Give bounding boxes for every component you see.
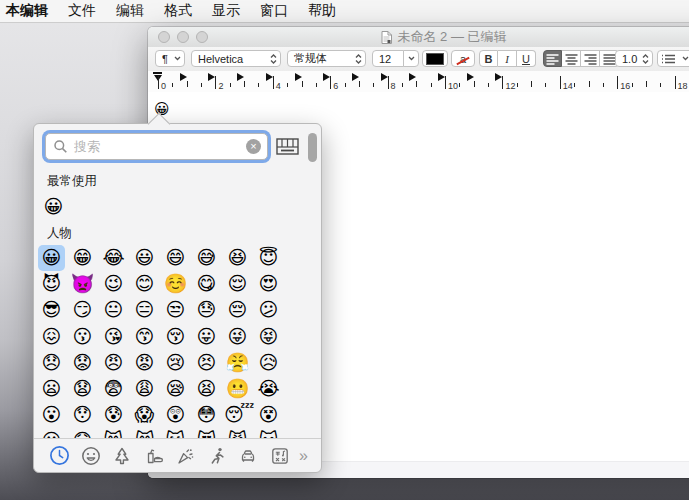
emoji-item[interactable]: 😝 — [255, 324, 282, 350]
category-food-drink-icon[interactable] — [142, 444, 166, 468]
emoji-item[interactable]: 😓 — [193, 297, 220, 323]
emoji-item[interactable]: 😛 — [193, 324, 220, 350]
emoji-item[interactable]: 😍 — [255, 271, 282, 297]
emoji-item[interactable]: 😈 — [38, 271, 65, 297]
emoji-item[interactable]: 😉 — [100, 271, 127, 297]
emoji-item[interactable]: 😴 — [224, 402, 251, 428]
category-activity-icon[interactable] — [205, 444, 229, 468]
emoji-item[interactable]: 😗 — [69, 324, 96, 350]
text-color-well[interactable] — [422, 50, 448, 67]
category-recents-icon[interactable] — [47, 444, 71, 468]
category-objects-symbols-icon[interactable] — [268, 444, 292, 468]
italic-button[interactable]: I — [498, 50, 517, 67]
font-style-select[interactable]: 常规体 — [287, 50, 366, 67]
tab-stop-marker[interactable] — [266, 73, 273, 81]
menu-item[interactable]: 帮助 — [298, 2, 346, 20]
emoji-item[interactable]: 😤 — [224, 350, 251, 376]
emoji-item[interactable]: 😏 — [69, 297, 96, 323]
search-input[interactable] — [72, 138, 246, 155]
emoji-item[interactable]: 😢 — [162, 350, 189, 376]
list-style-button[interactable] — [657, 50, 689, 67]
emoji-item[interactable]: 😪 — [162, 376, 189, 402]
emoji-item[interactable]: 😔 — [224, 297, 251, 323]
emoji-item[interactable]: 😦 — [38, 376, 65, 402]
tab-stop-marker[interactable] — [323, 73, 330, 81]
tab-stop-marker[interactable] — [180, 73, 187, 81]
emoji-item[interactable]: 😌 — [224, 271, 251, 297]
tab-stop-marker[interactable] — [352, 73, 359, 81]
menu-item[interactable]: 窗口 — [250, 2, 298, 20]
emoji-item[interactable]: 😭 — [255, 376, 282, 402]
category-celebration-icon[interactable] — [173, 444, 197, 468]
menu-item[interactable]: 格式 — [154, 2, 202, 20]
emoji-item[interactable]: 👿 — [69, 271, 96, 297]
emoji-item[interactable]: 😕 — [255, 297, 282, 323]
tab-stop-marker[interactable] — [381, 73, 388, 81]
emoji-item[interactable]: 😟 — [69, 350, 96, 376]
underline-button[interactable]: U — [517, 50, 536, 67]
emoji-item[interactable]: 😁 — [69, 245, 96, 271]
align-right-button[interactable] — [581, 50, 600, 67]
background-color-well[interactable]: a — [451, 50, 475, 67]
emoji-item[interactable]: 😘 — [100, 324, 127, 350]
emoji-item[interactable]: 😇 — [255, 245, 282, 271]
menu-item[interactable]: 编辑 — [106, 2, 154, 20]
emoji-item[interactable]: 😲 — [162, 402, 189, 428]
emoji-item[interactable]: 😰 — [100, 402, 127, 428]
emoji-item[interactable]: 😚 — [162, 324, 189, 350]
emoji-item[interactable]: 😒 — [162, 297, 189, 323]
emoji-item[interactable]: ☺️ — [162, 271, 189, 297]
emoji-item[interactable]: 😋 — [193, 271, 220, 297]
font-size-field[interactable]: 12 — [372, 50, 404, 67]
line-spacing-stepper[interactable]: 1.0 — [615, 50, 653, 67]
font-family-select[interactable]: Helvetica — [191, 50, 281, 67]
more-categories-button[interactable]: » — [299, 444, 308, 468]
scrollbar-thumb[interactable] — [308, 133, 317, 162]
menu-item[interactable]: 文件 — [58, 2, 106, 20]
align-center-button[interactable] — [562, 50, 581, 67]
menu-item[interactable]: 本编辑 — [0, 2, 58, 20]
bold-button[interactable]: B — [479, 50, 498, 67]
emoji-item[interactable]: 😣 — [193, 350, 220, 376]
emoji-item[interactable]: 😬 — [224, 376, 251, 402]
clear-search-button[interactable]: × — [246, 139, 261, 154]
emoji-item[interactable]: 😧 — [69, 376, 96, 402]
emoji-item[interactable]: 😄 — [162, 245, 189, 271]
tab-stop-marker[interactable] — [495, 73, 502, 81]
category-travel-places-icon[interactable] — [236, 444, 260, 468]
tab-stop-marker[interactable] — [467, 73, 474, 81]
menu-item[interactable]: 显示 — [202, 2, 250, 20]
emoji-item[interactable]: 😞 — [38, 350, 65, 376]
emoji-item[interactable]: 😥 — [255, 350, 282, 376]
emoji-item[interactable]: 😃 — [131, 245, 158, 271]
font-size-dropdown-button[interactable] — [403, 50, 419, 67]
ruler[interactable]: 024681012141618 — [148, 71, 689, 93]
category-smileys-people-icon[interactable] — [79, 444, 103, 468]
emoji-item[interactable]: 😀 — [38, 245, 65, 271]
search-field[interactable]: × — [45, 133, 268, 160]
emoji-item[interactable]: 😡 — [131, 350, 158, 376]
emoji-item[interactable]: 😐 — [100, 297, 127, 323]
emoji-item[interactable]: 😩 — [131, 376, 158, 402]
tab-stop-marker[interactable] — [409, 73, 416, 81]
emoji-item[interactable]: 😎 — [38, 297, 65, 323]
emoji-item[interactable]: 😆 — [224, 245, 251, 271]
emoji-item[interactable]: 😖 — [38, 324, 65, 350]
emoji-item[interactable]: 😮 — [38, 402, 65, 428]
tab-stop-marker[interactable] — [208, 73, 215, 81]
align-left-button[interactable] — [543, 50, 562, 67]
emoji-item[interactable]: 😑 — [131, 297, 158, 323]
paragraph-styles-button[interactable]: ¶ — [155, 50, 185, 67]
emoji-item[interactable]: 😳 — [193, 402, 220, 428]
emoji-item[interactable]: 😨 — [100, 376, 127, 402]
character-viewer-expand-button[interactable] — [276, 138, 299, 155]
tab-stop-marker[interactable] — [237, 73, 244, 81]
emoji-item[interactable]: 😵 — [255, 402, 282, 428]
emoji-item[interactable]: 😀 — [40, 194, 67, 220]
tab-stop-marker[interactable] — [438, 73, 445, 81]
emoji-item[interactable]: 😊 — [131, 271, 158, 297]
emoji-item[interactable]: 😫 — [193, 376, 220, 402]
emoji-item[interactable]: 😜 — [224, 324, 251, 350]
emoji-item[interactable]: 😠 — [100, 350, 127, 376]
emoji-item[interactable]: 😅 — [193, 245, 220, 271]
